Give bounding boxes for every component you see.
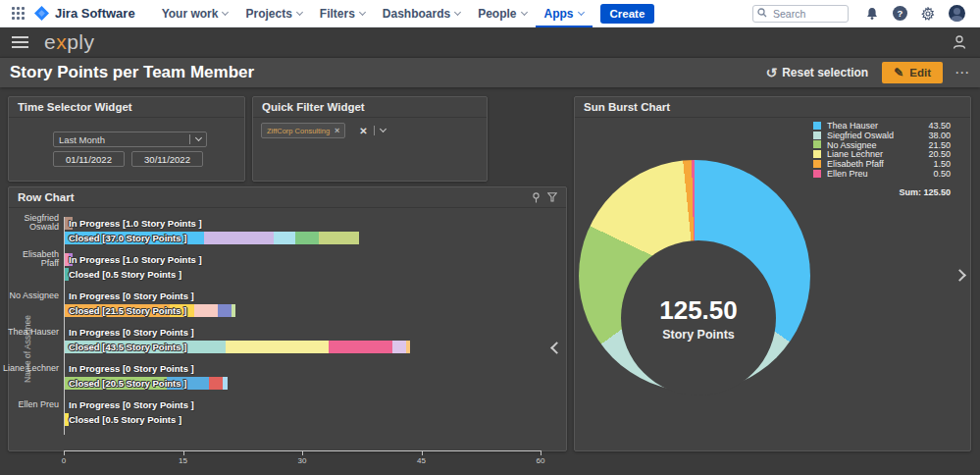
nav-menu-apps[interactable]: Apps — [536, 0, 593, 27]
legend-name: Liane Lechner — [827, 149, 928, 159]
row-chart-plot-area: Name of Assignee Siegfried OswaldIn Prog… — [9, 208, 566, 450]
legend-name: Ellen Preu — [827, 169, 933, 179]
row-bar: Closed [21.5 Story Points ] — [65, 304, 542, 317]
more-options-icon[interactable]: ⋯ — [954, 64, 970, 81]
legend-name: Thea Hauser — [827, 121, 928, 131]
legend-value: 21.50 — [928, 140, 951, 150]
legend-name: No Assignee — [827, 140, 928, 150]
legend-swatch — [813, 170, 821, 178]
date-to-field[interactable]: 30/11/2022 — [131, 151, 203, 167]
widget-title: Time Selector Widget — [18, 101, 132, 113]
carousel-prev-icon[interactable] — [550, 342, 563, 354]
row-bar: Liane LechnerIn Progress [0 Story Points… — [65, 362, 542, 375]
legend-sum: Sum: 125.50 — [899, 187, 951, 197]
legend-row[interactable]: Elisabeth Pfaff1.50 — [813, 159, 951, 169]
bar-segment[interactable] — [392, 341, 406, 353]
clear-filter-icon[interactable]: ✕ — [359, 126, 367, 136]
chip-remove-icon[interactable]: × — [335, 126, 339, 135]
widget-title: Quick Filter Widget — [262, 101, 365, 113]
bar-segment[interactable] — [209, 377, 224, 390]
axis-tick-label: 0 — [62, 456, 66, 465]
app-switcher-icon[interactable] — [12, 7, 25, 20]
nav-menu-people[interactable]: People — [469, 0, 535, 27]
user-profile-icon[interactable] — [951, 33, 968, 51]
chevron-down-icon — [521, 8, 528, 15]
bar-label: Closed [21.5 Story Points ] — [69, 304, 186, 317]
row-bar: Closed [43.5 Story Points ] — [65, 341, 542, 353]
nav-menu-label: Dashboards — [383, 7, 450, 21]
legend-value: 0.50 — [933, 169, 951, 179]
row-bar: Closed [0.5 Story Points ] — [65, 268, 542, 281]
widget-title: Sun Burst Chart — [584, 101, 670, 113]
bar-segment[interactable] — [295, 232, 319, 244]
legend-value: 20.50 — [928, 149, 951, 159]
axis-tick-label: 15 — [179, 456, 187, 465]
bar-label: In Progress [0 Story Points ] — [69, 290, 194, 302]
bar-segment[interactable] — [194, 304, 218, 317]
notifications-bell-icon[interactable] — [865, 7, 879, 21]
axis-tick — [302, 451, 303, 455]
filter-funnel-icon[interactable] — [547, 192, 557, 202]
axis-tick — [64, 451, 65, 455]
axis-tick — [541, 451, 542, 455]
bar-segment[interactable] — [218, 304, 232, 317]
row-group: Liane LechnerIn Progress [0 Story Points… — [65, 362, 542, 390]
bar-segment[interactable] — [226, 341, 329, 353]
bar-label: In Progress [0 Story Points ] — [69, 398, 194, 411]
legend-row[interactable]: No Assignee21.50 — [813, 140, 951, 150]
axis-tick-label: 30 — [298, 456, 307, 465]
legend-row[interactable]: Ellen Preu0.50 — [813, 169, 951, 179]
settings-gear-icon[interactable] — [921, 7, 935, 21]
date-from-field[interactable]: 01/11/2022 — [53, 151, 125, 167]
chevron-down-icon[interactable] — [380, 126, 387, 132]
edit-button[interactable]: ✎ Edit — [882, 62, 943, 83]
bar-segment[interactable] — [223, 377, 228, 390]
row-chart-axis: 015304560 — [64, 450, 542, 464]
filter-chip[interactable]: ZiffCorp Consulting × — [261, 123, 345, 138]
legend-row[interactable]: Siegfried Oswald38.00 — [813, 131, 951, 140]
bar-segment[interactable] — [204, 232, 274, 244]
pencil-icon: ✎ — [894, 66, 903, 79]
help-icon[interactable]: ? — [893, 6, 907, 21]
exply-logo[interactable]: exply — [44, 30, 95, 54]
nav-menu-filters[interactable]: Filters — [311, 0, 374, 27]
bar-segment[interactable] — [406, 341, 410, 353]
bar-label: In Progress [0 Story Points ] — [69, 326, 194, 339]
nav-menu-dashboards[interactable]: Dashboards — [374, 0, 469, 27]
hamburger-menu-icon[interactable] — [12, 33, 28, 51]
row-bar: Closed [37.0 Story Points ] — [65, 232, 542, 244]
row-group: Elisabeth PfaffIn Progress [1.0 Story Po… — [65, 253, 542, 281]
legend-value: 38.00 — [928, 131, 951, 140]
row-group: Siegfried OswaldIn Progress [1.0 Story P… — [65, 217, 542, 244]
nav-menu-label: Filters — [320, 7, 355, 21]
chevron-down-icon — [222, 8, 229, 15]
carousel-next-icon[interactable] — [954, 269, 966, 282]
nav-menu-projects[interactable]: Projects — [236, 0, 310, 27]
nav-menu-your-work[interactable]: Your work — [153, 0, 237, 27]
bar-segment[interactable] — [329, 341, 392, 353]
nav-menu-label: Projects — [245, 7, 291, 21]
legend-row[interactable]: Thea Hauser43.50 — [813, 121, 951, 131]
bar-segment[interactable] — [319, 232, 359, 244]
donut-center-label: Story Points — [662, 328, 735, 342]
time-range-select[interactable]: Last Month — [53, 132, 207, 147]
donut-ring[interactable]: 125.50 Story Points — [579, 160, 810, 392]
pin-icon[interactable] — [532, 192, 541, 203]
legend-value: 1.50 — [933, 159, 951, 169]
create-button[interactable]: Create — [600, 4, 655, 24]
chevron-down-icon — [578, 8, 585, 15]
sunburst-body: 125.50 Story Points Thea Hauser43.50Sieg… — [575, 118, 970, 450]
reset-selection-button[interactable]: ↺ Reset selection — [765, 65, 868, 80]
legend-row[interactable]: Liane Lechner20.50 — [813, 149, 951, 159]
row-bar: Elisabeth PfaffIn Progress [1.0 Story Po… — [65, 253, 542, 266]
assignee-label: Thea Hauser — [0, 328, 59, 338]
donut-center-value: 125.50 — [659, 295, 738, 326]
bar-segment[interactable] — [232, 304, 235, 317]
user-avatar[interactable] — [949, 5, 965, 22]
jira-top-nav: Jira Software Your work Projects Filters… — [0, 0, 980, 27]
row-bar: Closed [0.5 Story Points ] — [65, 413, 542, 426]
bar-segment[interactable] — [274, 232, 295, 244]
jira-logo-icon[interactable] — [34, 6, 49, 21]
bar-label: Closed [43.5 Story Points ] — [69, 341, 186, 353]
assignee-label: No Assignee — [0, 291, 59, 301]
